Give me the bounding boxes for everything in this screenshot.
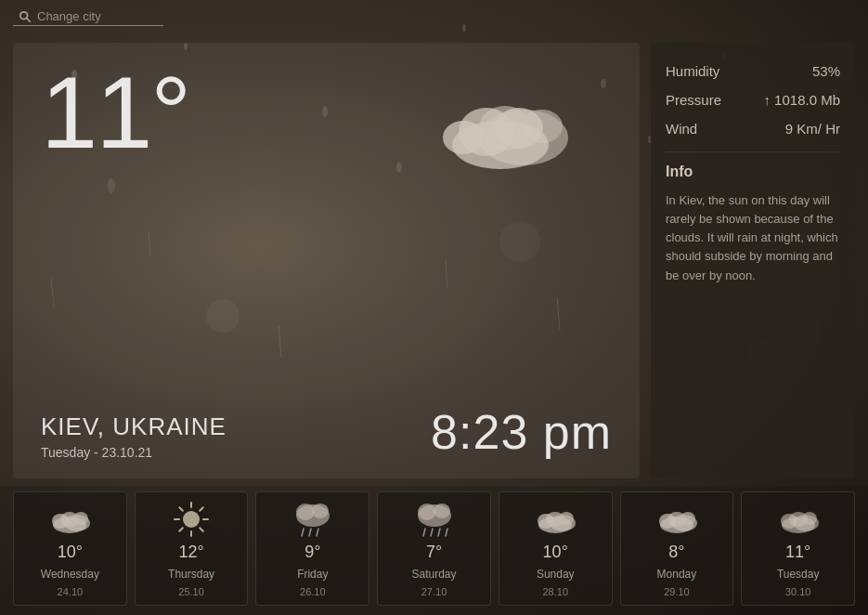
forecast-card: 10° Wednesday 24.10 [13,491,127,606]
pressure-row: Pressure ↑ 1018.0 Mb [666,88,840,111]
forecast-temp: 9° [304,543,320,562]
forecast-date: 29.10 [664,586,690,597]
main-weather-icon [435,80,584,177]
forecast-card: 8° Monday 29.10 [620,491,734,606]
forecast-card: 9° Friday 26.10 [255,491,369,606]
svg-point-29 [443,121,484,154]
svg-line-41 [179,507,183,511]
svg-line-56 [446,529,447,536]
forecast-day: Friday [297,568,328,581]
forecast-icon-cloudy [535,502,576,537]
forecast-date: 28.10 [542,586,568,597]
forecast-strip: 10° Wednesday 24.10 12° Thursday 25.10 9… [0,486,868,615]
forecast-temp: 10° [543,543,568,562]
search-box[interactable] [13,7,163,26]
pressure-label: Pressure [666,92,721,108]
svg-line-48 [309,529,311,536]
svg-point-61 [538,514,554,529]
date-info: Tuesday - 23.10.21 [41,445,227,460]
divider [666,151,840,152]
forecast-icon-cloudy [656,502,697,537]
search-input[interactable] [37,9,158,23]
svg-point-51 [418,504,436,520]
info-text: In Kiev, the sun on this day will rarely… [666,191,840,285]
svg-line-47 [302,529,304,536]
forecast-date: 27.10 [421,586,447,597]
city-name: KIEV, UKRAINE [41,412,227,441]
forecast-temp: 7° [426,543,442,562]
wind-value: 9 Km/ Hr [785,121,840,137]
forecast-day: Tuesday [777,568,820,581]
svg-line-55 [438,529,440,536]
svg-line-54 [431,529,433,536]
forecast-date: 26.10 [300,586,326,597]
forecast-card: 7° Saturday 27.10 [377,491,491,606]
forecast-icon-rainy-heavy [414,502,455,537]
svg-point-45 [296,504,315,520]
svg-point-66 [659,514,676,529]
forecast-card: 11° Tuesday 30.10 [741,491,855,606]
svg-line-53 [423,529,425,536]
wind-label: Wind [666,121,697,137]
svg-point-71 [781,514,797,529]
app-container: 11° KIEV, [0,0,868,615]
temperature-display: 11° [41,61,189,164]
forecast-date: 24.10 [58,586,84,597]
svg-line-43 [200,507,203,511]
svg-point-52 [434,504,450,518]
bottom-section: KIEV, UKRAINE Tuesday - 23.10.21 8:23 pm [41,404,612,460]
humidity-row: Humidity 53% [666,59,840,83]
top-section: 11° [41,61,612,177]
humidity-label: Humidity [666,63,719,79]
location-info: KIEV, UKRAINE Tuesday - 23.10.21 [41,412,227,460]
main-area: 11° KIEV, [0,33,868,486]
svg-line-39 [179,528,183,531]
forecast-day: Saturday [412,568,457,581]
svg-line-37 [200,528,203,531]
forecast-temp: 11° [785,543,810,562]
forecast-date: 25.10 [178,586,204,597]
top-bar [0,0,868,33]
forecast-temp: 12° [178,543,203,562]
side-panel: Humidity 53% Pressure ↑ 1018.0 Mb Wind 9… [651,43,855,478]
forecast-card: 12° Thursday 25.10 [135,491,249,606]
forecast-day: Wednesday [41,568,99,581]
svg-point-46 [312,504,329,518]
humidity-value: 53% [812,63,840,79]
time-display: 8:23 pm [431,404,612,460]
svg-line-49 [317,529,318,536]
forecast-day: Monday [657,568,697,581]
svg-point-28 [495,108,543,149]
svg-line-22 [27,18,31,21]
svg-point-35 [183,511,200,528]
search-icon [19,10,32,23]
info-label: Info [666,164,840,180]
forecast-card: 10° Sunday 28.10 [499,491,613,606]
forecast-temp: 10° [58,543,83,562]
forecast-icon-cloudy [49,502,90,537]
forecast-date: 30.10 [785,586,811,597]
wind-row: Wind 9 Km/ Hr [666,117,840,140]
forecast-icon-sunny [171,502,212,537]
forecast-day: Sunday [537,568,575,581]
forecast-temp: 8° [668,543,684,562]
svg-point-34 [52,514,69,529]
forecast-icon-cloudy-light [778,502,819,537]
forecast-day: Thursday [168,568,214,581]
weather-main-card: 11° KIEV, [13,43,640,478]
forecast-icon-rainy [292,502,333,537]
pressure-value: ↑ 1018.0 Mb [763,92,840,108]
